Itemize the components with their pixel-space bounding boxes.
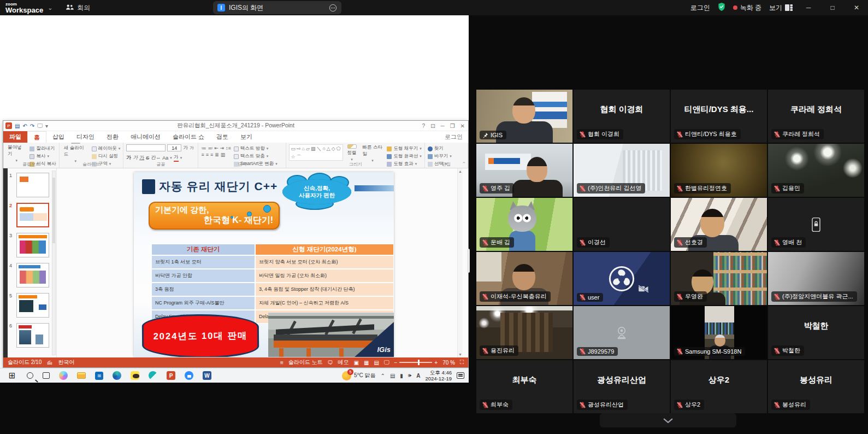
spellcheck-icon[interactable]: 🖮 xyxy=(47,360,52,366)
whale-taskbar-icon[interactable] xyxy=(149,371,157,380)
participant-tile-14[interactable]: user xyxy=(574,252,670,305)
participant-tile-8[interactable]: 김용민 xyxy=(768,144,864,197)
slide-thumbnail-6[interactable]: 6 xyxy=(16,323,54,348)
font-color-icon[interactable]: 가 xyxy=(174,154,179,162)
zoom-slider-thumb[interactable] xyxy=(418,360,420,365)
participant-tile-22[interactable]: 광성유리산업광성유리산업 xyxy=(574,360,670,413)
ppt-menu-1[interactable]: 파일 xyxy=(3,131,27,143)
ppt-login-button[interactable]: 로그인 xyxy=(445,133,468,141)
columns-icon[interactable]: ▥ xyxy=(221,152,226,157)
new-slide-button[interactable]: 새 슬라이드▾ xyxy=(62,144,89,162)
font-size-combobox[interactable]: 14 xyxy=(167,144,181,151)
close-button[interactable]: ✕ xyxy=(848,4,865,11)
numbering-icon[interactable]: ≕ xyxy=(208,145,212,151)
find-button[interactable]: 찾기 xyxy=(428,145,452,152)
view-button[interactable]: 보기 xyxy=(769,3,793,13)
maximize-button[interactable]: □ xyxy=(824,4,841,11)
slide-canvas[interactable]: 자동 유리 재단기 C++ 신속,정확,사용자가 편한 기본기에 강한, 한국형… xyxy=(134,172,394,357)
participant-tile-15[interactable]: 우영완 xyxy=(671,252,767,305)
zoom-slider[interactable]: − + xyxy=(394,360,438,366)
sorter-view-icon[interactable]: ▦ xyxy=(364,360,369,366)
italic-button[interactable]: 가 xyxy=(133,154,138,161)
tray-keyboard-icon[interactable]: ▤ xyxy=(390,373,395,379)
explorer-taskbar-icon[interactable] xyxy=(77,372,86,379)
ribbon-display-icon[interactable]: ⊡ xyxy=(430,123,435,129)
normal-view-icon[interactable]: ▣ xyxy=(354,360,359,366)
participant-tile-13[interactable]: 이재석-우신복층유리 xyxy=(476,252,572,305)
ppt-close-button[interactable]: ✕ xyxy=(460,123,465,129)
reading-view-icon[interactable]: ▤ xyxy=(374,360,379,366)
chevron-down-icon[interactable]: ⌄ xyxy=(48,4,52,11)
shape-outline-button[interactable]: 도형 윤곽선▾ xyxy=(387,153,421,160)
participant-tile-6[interactable]: (주)인천유리 김선영 xyxy=(574,144,670,197)
participant-tile-19[interactable]: Samsung SM-S918N xyxy=(671,306,767,359)
participant-tile-18[interactable]: J8929579 xyxy=(574,306,670,359)
ppt-menu-9[interactable]: 보기 xyxy=(234,131,258,143)
participant-tile-2[interactable]: 협회 이경희협회 이경희 xyxy=(574,90,670,143)
ppt-menu-4[interactable]: 디자인 xyxy=(70,131,101,143)
kakaotalk-taskbar-icon[interactable] xyxy=(131,371,139,380)
notification-center-icon[interactable] xyxy=(457,372,464,379)
slide-scrollbar[interactable]: ▲▼ xyxy=(457,168,463,357)
ppt-menu-6[interactable]: 애니메이션 xyxy=(125,131,167,143)
participant-tile-1[interactable]: IGIS xyxy=(476,90,572,143)
line-spacing-icon[interactable]: ↕≡ xyxy=(226,145,231,151)
start-taskbar-icon[interactable]: ⊞ xyxy=(7,370,17,381)
align-text-button[interactable]: 텍스트 맞춤▾ xyxy=(234,153,277,160)
ppt-menu-5[interactable]: 전환 xyxy=(101,131,125,143)
participant-tile-7[interactable]: 한별유리정연호 xyxy=(671,144,767,197)
underline-button[interactable]: 가 xyxy=(139,154,144,161)
arrange-button[interactable]: 정렬▾ xyxy=(346,144,358,162)
slideshow-view-icon[interactable]: 🖵 xyxy=(384,359,389,366)
tray-caret-icon[interactable]: ⌃ xyxy=(380,373,385,379)
participant-tile-12[interactable]: 영배 천 xyxy=(768,198,864,251)
indent-icons[interactable]: ⇤ ⇥ xyxy=(214,145,224,151)
participant-tile-24[interactable]: 봉성유리봉성유리 xyxy=(768,360,864,413)
justify-icon[interactable]: ≣ xyxy=(215,152,219,157)
align-left-icon[interactable]: ≡ xyxy=(201,152,204,157)
change-case-icon[interactable]: Aa xyxy=(162,155,168,161)
search-taskbar-icon[interactable] xyxy=(27,372,33,379)
slide-thumbnail-2[interactable]: 2 xyxy=(16,203,54,227)
task-view-taskbar-icon[interactable] xyxy=(43,372,50,379)
tab-meeting[interactable]: 회의 xyxy=(60,0,96,15)
copilot-taskbar-icon[interactable] xyxy=(59,371,68,380)
panel-resize-handle[interactable] xyxy=(467,249,470,273)
shield-check-icon[interactable] xyxy=(718,3,725,13)
participant-tile-20[interactable]: 박철한박철한 xyxy=(768,306,864,359)
participant-tile-4[interactable]: 쿠라레 정희석쿠라레 정희석 xyxy=(768,90,864,143)
participant-tile-3[interactable]: 티앤티/DYS 최용...티앤티/DYS 최용호 xyxy=(671,90,767,143)
slide-thumbnail-1[interactable]: 1 xyxy=(16,173,54,197)
ellipsis-icon[interactable] xyxy=(329,4,337,12)
font-name-combobox[interactable] xyxy=(126,144,166,151)
weather-widget[interactable]: 5 5°C 맑음 xyxy=(342,371,376,380)
align-center-icon[interactable]: ≡ xyxy=(206,152,209,157)
store-taskbar-icon[interactable] xyxy=(95,372,103,380)
text-direction-button[interactable]: 텍스트 방향▾ xyxy=(234,145,277,152)
language-indicator[interactable]: 한국어 xyxy=(58,359,74,366)
ppt-maximize-button[interactable]: ❐ xyxy=(450,123,455,129)
cut-button[interactable]: 잘라내기 xyxy=(29,145,56,152)
minimize-button[interactable]: ─ xyxy=(800,4,817,11)
tray-volume-icon[interactable]: 🕪 xyxy=(408,372,411,379)
collapse-ribbon-icon[interactable]: ⌃ xyxy=(462,161,466,167)
strikethrough-button[interactable]: S xyxy=(146,155,149,161)
ppt-menu-7[interactable]: 슬라이드 쇼 xyxy=(167,131,210,143)
participant-tile-11[interactable]: 선호경 xyxy=(671,198,767,251)
powerpoint-taskbar-icon[interactable]: P xyxy=(167,371,175,380)
bold-button[interactable]: 가 xyxy=(126,154,131,161)
memo-toggle[interactable]: 메모 xyxy=(338,359,349,366)
bullets-icon[interactable]: ≔ xyxy=(201,145,206,151)
slide-number-indicator[interactable]: 슬라이드 2/10 xyxy=(8,359,42,366)
slide-thumbnail-5[interactable]: 5 xyxy=(16,293,54,318)
zoom-level[interactable]: 70 % xyxy=(442,360,455,366)
shape-gallery[interactable]: ▭⇨⌂▱▨＼○△◇⬠☆⌒ xyxy=(289,144,343,161)
participant-tile-17[interactable]: 용진유리 xyxy=(476,306,572,359)
zoom-taskbar-icon[interactable] xyxy=(185,371,193,380)
more-participants-button[interactable] xyxy=(600,413,736,427)
slide-thumbnail-panel[interactable]: 123456 xyxy=(8,168,57,357)
help-icon[interactable]: ? xyxy=(422,123,426,129)
login-button[interactable]: 로그인 xyxy=(690,3,710,13)
participant-tile-16[interactable]: (주)정암지앤더블유 곽근... xyxy=(768,252,864,305)
ppt-menu-8[interactable]: 검토 xyxy=(210,131,234,143)
